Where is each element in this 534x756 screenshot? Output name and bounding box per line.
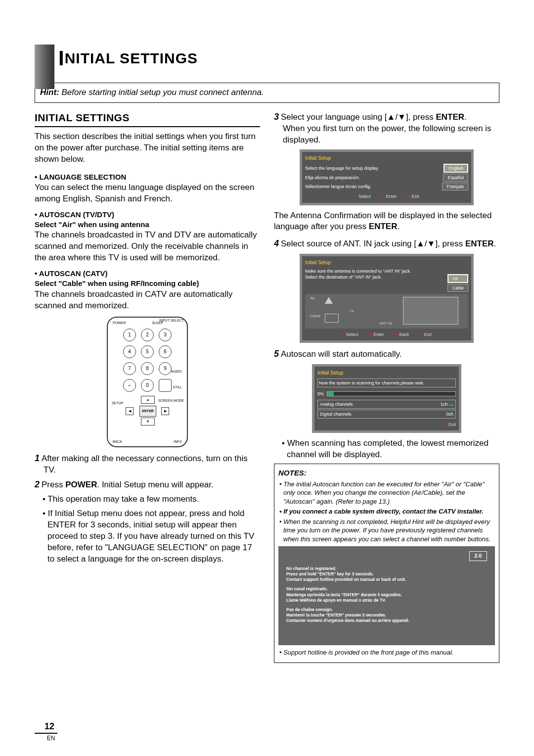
- autoscan-tv-label: • AUTOSCAN (TV/DTV): [35, 210, 114, 219]
- hint-en: No channel is registered.Press and hold …: [286, 566, 487, 582]
- step-4: 4Select source of ANT. IN jack using [▲/…: [274, 237, 499, 250]
- osd3-foot-exit: Exit: [445, 422, 456, 427]
- progress-fill: [327, 392, 334, 396]
- autoscan-catv-body: The channels broadcasted in CATV are aut…: [35, 289, 260, 312]
- step-3-b: .: [464, 112, 467, 122]
- remote-key-5: 5: [141, 345, 154, 358]
- dpad-right-icon: ▶: [161, 407, 169, 415]
- note-1: • The initial Autoscan function can be e…: [278, 480, 495, 506]
- osd2-foot-enter: Enter: [369, 331, 384, 337]
- dpad-up-icon: ▲: [141, 396, 155, 404]
- step-3-c: When you first turn on the power, the fo…: [283, 124, 491, 144]
- osd1-title: Initial Setup: [305, 155, 468, 162]
- hint-badge: 2-0: [469, 551, 487, 561]
- step-2-bullet-1: • This operation may take a few moments.: [35, 494, 260, 505]
- remote-key-dash: –: [123, 379, 136, 392]
- remote-enter-button: ENTER: [139, 406, 156, 417]
- remote-label-audio: AUDIO: [171, 369, 182, 374]
- remote-label-power: POWER: [113, 321, 126, 325]
- osd1-foot-select: Select: [355, 193, 371, 199]
- diagram-cable: Cable: [310, 314, 320, 319]
- note-3: • When the scanning is not completed, He…: [278, 518, 495, 544]
- remote-illustration: POWER SLEEP INPUT SELECT 123 456 AUDIO 7…: [107, 317, 188, 447]
- osd1-foot-enter: Enter: [382, 193, 397, 199]
- step-1-text: After making all the necessary connectio…: [42, 454, 248, 474]
- remote-label-setup: SETUP: [112, 401, 123, 405]
- remote-key-9: 9: [159, 362, 172, 375]
- progress-bar: [327, 391, 456, 396]
- lang-selection-body: You can select the menu language display…: [35, 182, 260, 205]
- tv-back-icon: [403, 297, 458, 325]
- intro-text: This section describes the initial setti…: [35, 131, 260, 165]
- autoscan-tv-sub: Select "Air" when using antenna: [35, 220, 149, 229]
- page-title-text: NITIAL SETTINGS: [65, 50, 198, 66]
- page-number: 12: [35, 720, 57, 734]
- osd-autoscan: Initial Setup Now the system is scanning…: [312, 364, 461, 433]
- osd3-title: Initial Setup: [317, 370, 456, 377]
- osd1-es-option: Español: [443, 174, 468, 182]
- diagram-or: Or: [350, 309, 354, 314]
- osd3-pct: 5%: [317, 391, 324, 397]
- osd2-title: Initial Setup: [305, 259, 468, 266]
- autoscan-catv-sub: Select "Cable" when using RF/Incoming ca…: [35, 279, 199, 287]
- step-5-text: Autoscan will start automatically.: [281, 349, 401, 359]
- osd3-msg: Now the system is scanning for channels,…: [317, 378, 456, 387]
- osd3-analog-label: Analog channels: [320, 401, 353, 407]
- osd-antenna: Initial Setup Make sure the antenna is c…: [300, 254, 474, 343]
- osd1-fr-label: Sélectionner langue écran config.: [305, 184, 371, 189]
- osd2-foot-exit: Exit: [420, 331, 431, 337]
- osd1-foot-exit: Exit: [407, 193, 419, 199]
- osd2-line1: Make sure the antenna is connected to "A…: [305, 268, 468, 274]
- step-5: 5Autoscan will start automatically.: [274, 348, 499, 360]
- osd3-digital-val: 0ch: [446, 411, 453, 417]
- step-1: 1After making all the necessary connecti…: [35, 452, 260, 476]
- remote-key-7: 7: [123, 362, 136, 375]
- right-column: 3Select your language using [▲/▼], press…: [274, 111, 499, 663]
- autoscan-catv-label: • AUTOSCAN (CATV): [35, 269, 107, 278]
- step-2-a: Press: [42, 480, 65, 489]
- step-2-b: . Initial Setup menu will appear.: [97, 480, 213, 489]
- page-title: INITIAL SETTINGS: [58, 45, 499, 73]
- step-3-after: The Antenna Confirmation will be display…: [274, 210, 499, 233]
- osd1-en-option: English: [444, 164, 468, 173]
- osd2-foot-back: Back: [395, 331, 409, 337]
- page-lang: EN: [44, 734, 57, 742]
- hint-text: Before starting initial setup you must c…: [61, 88, 264, 97]
- osd1-fr-option: Français: [442, 183, 468, 190]
- section-title: INITIAL SETTINGS: [35, 111, 260, 127]
- notes-box: NOTES: • The initial Autoscan function c…: [274, 464, 499, 663]
- cable-box-icon: [325, 314, 339, 323]
- osd3-digital-label: Digital channels: [320, 411, 352, 417]
- step-4-a: Select source of ANT. IN jack using [▲/▼…: [281, 239, 465, 248]
- columns: INITIAL SETTINGS This section describes …: [35, 111, 499, 663]
- step-3: 3Select your language using [▲/▼], press…: [274, 111, 499, 146]
- left-column: INITIAL SETTINGS This section describes …: [35, 111, 260, 663]
- osd2-opt-air: Air: [447, 274, 468, 283]
- osd1-es-label: Elija idioma de preparación.: [305, 175, 360, 181]
- remote-key-6: 6: [159, 345, 172, 358]
- hint-box: Hint: Before starting initial setup you …: [35, 83, 499, 103]
- remote-label-input: INPUT SELECT: [159, 319, 184, 322]
- remote-label-back: BACK: [113, 439, 122, 444]
- antenna-icon: [325, 297, 333, 304]
- osd1-en-label: Select the language for setup display.: [305, 165, 379, 171]
- side-gradient-decoration: [35, 45, 54, 89]
- osd2-opt-cable: Cable: [447, 284, 468, 292]
- remote-key-8: 8: [141, 362, 154, 375]
- remote-key-still: [159, 379, 172, 392]
- remote-key-3: 3: [159, 329, 172, 341]
- remote-dpad: ▲ ▼ ◀ ▶ ENTER: [123, 396, 172, 425]
- osd3-analog-val: 1ch: [441, 402, 448, 407]
- note-2: • If you connect a cable system directly…: [278, 507, 495, 516]
- remote-key-4: 4: [123, 345, 136, 358]
- autoscan-catv-head: • AUTOSCAN (CATV) Select "Cable" when us…: [35, 269, 260, 289]
- step-4-b: .: [494, 239, 496, 248]
- autoscan-tv-head: • AUTOSCAN (TV/DTV) Select "Air" when us…: [35, 210, 260, 230]
- autoscan-tv-body: The channels broadcasted in TV and DTV a…: [35, 230, 260, 264]
- remote-key-0: 0: [141, 379, 154, 392]
- remote-label-still: STILL: [173, 385, 182, 389]
- step-3-after-b: .: [397, 222, 400, 231]
- step-3-a: Select your language using [▲/▼], press: [281, 112, 436, 122]
- step-2-bullet-2: • If Initial Setup menu does not appear,…: [35, 508, 260, 565]
- step-2-power: POWER: [65, 480, 97, 489]
